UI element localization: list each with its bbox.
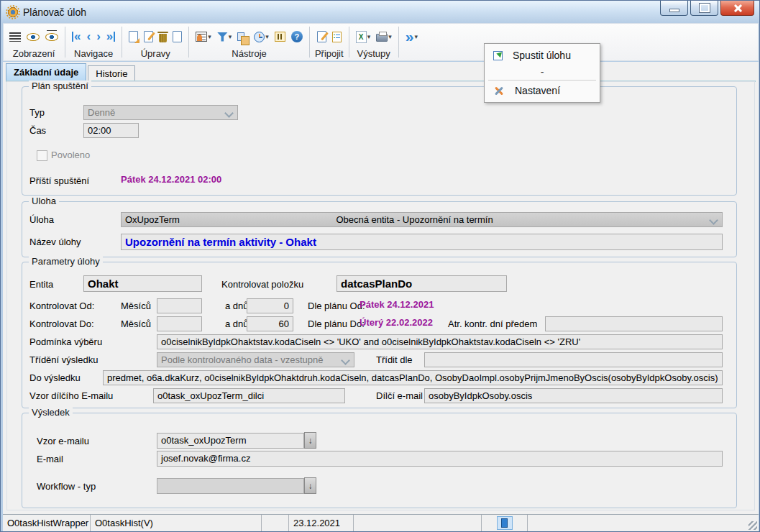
do-dnu-input[interactable]: 60 [247,316,293,331]
od-dnu-input[interactable]: 0 [247,298,293,313]
od-mesicu-input[interactable] [157,298,202,313]
filter-button[interactable]: ▾ [216,31,234,43]
down-arrow-icon: ↓ [308,481,313,491]
atr-kontr-input[interactable] [545,316,723,331]
toolbar-separator [349,27,349,58]
print-button[interactable]: ▾ [375,30,393,43]
titlebar: Plánovač úloh [1,1,760,23]
tridit-dle-input[interactable] [424,352,723,367]
toolbar-separator [122,27,122,58]
close-button[interactable] [720,1,754,16]
email-label: E-mail [37,454,63,465]
parameters-button[interactable] [273,30,287,43]
kontrolovat-polozku-label: Kontrolovat položku [221,279,303,290]
email-input[interactable]: josef.novak@firma.cz [157,451,723,467]
toolbar-group-vystupy: X▾ ▾ Výstupy [350,24,398,60]
dilci-email-input[interactable]: osobyByIdpkOsoby.oscis [424,388,723,403]
first-record-button[interactable]: « [70,30,82,43]
vzor-dilciho-emailu-input[interactable]: o0task_oxUpozTerm_dilci [153,388,345,403]
kontrolovat-do-label: Kontrolovat Do: [29,318,94,330]
workflow-typ-input[interactable] [157,478,304,494]
preview-summary-button[interactable] [44,32,60,42]
chevron-down-icon [341,356,350,365]
pages-icon [237,32,244,41]
typ-value: Denně [88,107,115,118]
povoleno-checkbox[interactable] [37,150,47,161]
edit-document-icon [144,31,153,42]
dilci-email-label: Dílčí e-mail [376,390,423,402]
next-record-button[interactable]: › [95,30,102,43]
sliders-icon [275,32,285,42]
workflow-typ-picker-button[interactable]: ↓ [304,477,316,494]
kontrolovat-polozku-input[interactable]: datcasPlanDo [336,275,507,292]
excel-export-button[interactable]: X▾ [354,29,372,45]
toolbar-group-label: Připojit [315,47,344,59]
do-vysledku-input[interactable]: predmet, o6a.dkaKurz, o0ciselnikByIdpkOh… [103,370,723,385]
menu-item-spustit-ulohu[interactable]: Spustit úlohu [485,46,600,65]
prev-record-button[interactable]: ‹ [85,30,92,43]
dropdown-arrow-icon: ▾ [414,34,418,40]
mesicu-label: Měsíců [121,318,151,330]
do-vysledku-label: Do výsledku [29,372,81,384]
gear-app-icon [7,6,19,18]
next-record-icon: › [96,32,101,42]
cas-label: Čas [29,125,46,137]
last-record-button[interactable]: » [105,30,116,43]
toolbar: Zobrazení « ‹ › » Navigace Úpravy [3,23,759,61]
minimize-button[interactable] [660,1,688,16]
attach-note-button[interactable] [316,29,328,44]
podminka-vyberu-input[interactable]: o0ciselnikByIdpkOhaktstav.kodaCiseln <> … [157,334,723,349]
resize-grip[interactable] [748,521,757,530]
help-button[interactable]: ? [290,29,304,44]
copy-record-button[interactable] [171,29,183,44]
menu-item-nastaveni[interactable]: Nastavení [485,81,600,100]
tab-historie[interactable]: Historie [88,65,135,81]
down-arrow-icon: ↓ [308,436,313,446]
view-list-button[interactable] [8,31,22,43]
history-time-button[interactable]: ▾ [252,30,270,44]
toolbar-group-actions: »▾ [400,24,424,60]
trideni-vysledku-value: Podle kontrolovaného data - vzestupně [161,354,324,365]
group-vysledek: Výsledek Vzor e-mailu o0task_oxUpozTerm … [22,413,737,508]
pristi-spusteni-value: Pátek 24.12.2021 02:00 [121,174,221,185]
vzor-emailu-input[interactable]: o0task_oxUpozTerm [157,433,304,449]
new-record-button[interactable] [127,29,139,44]
related-data-button[interactable]: ▾ [194,30,213,43]
uloha-select[interactable]: OxUpozTerm Obecná entita - Upozornění na… [121,212,723,227]
nazev-ulohy-input[interactable]: Upozornění na termín aktivity - Ohakt [121,234,723,250]
entita-input[interactable]: Ohakt [83,275,202,292]
toolbar-group-label: Navigace [70,47,116,59]
list-lines-icon [9,32,21,42]
tab-zakladni-udaje[interactable]: Základní údaje [6,63,86,81]
excel-icon: X [356,31,367,43]
checklist-icon [332,32,342,42]
dropdown-arrow-icon: ▾ [265,34,269,40]
eye-rows-icon [45,33,58,41]
duplicate-pages-button[interactable] [236,31,249,42]
group-plan-spusteni: Plán spuštění Typ Denně Čas 02:00 Povole… [22,86,737,196]
a-dnu-label: a dnů [225,318,249,330]
group-uloha: Uloha Úloha OxUpozTerm Obecná entita - U… [22,201,737,257]
cas-input[interactable]: 02:00 [83,123,139,138]
window-controls [660,1,754,16]
delete-record-button[interactable] [157,30,168,44]
toolbar-group-upravy: Úpravy [123,24,188,60]
preview-button[interactable] [25,32,41,42]
attach-list-button[interactable] [331,30,343,44]
edit-record-button[interactable] [142,29,155,44]
dle-planu-do-label: Dle plánu Do: [308,318,365,330]
status-db-icon[interactable] [497,516,513,530]
toolbar-separator [398,27,399,58]
a-dnu-label: a dnů [225,301,249,312]
do-mesicu-input[interactable] [157,316,202,331]
maximize-button[interactable] [690,1,718,16]
task-actions-button[interactable]: »▾ [404,29,419,45]
toolbar-group-label: Zobrazení [8,47,60,59]
task-actions-menu: Spustit úlohu - Nastavení [484,43,600,103]
trideni-vysledku-select[interactable]: Podle kontrolovaného data - vzestupně [157,352,354,367]
tridit-dle-label: Třídit dle [376,354,413,366]
typ-select[interactable]: Denně [83,105,238,120]
menu-item-dash: - [485,65,600,79]
minimize-icon [669,9,679,12]
vzor-emailu-picker-button[interactable]: ↓ [304,432,316,449]
